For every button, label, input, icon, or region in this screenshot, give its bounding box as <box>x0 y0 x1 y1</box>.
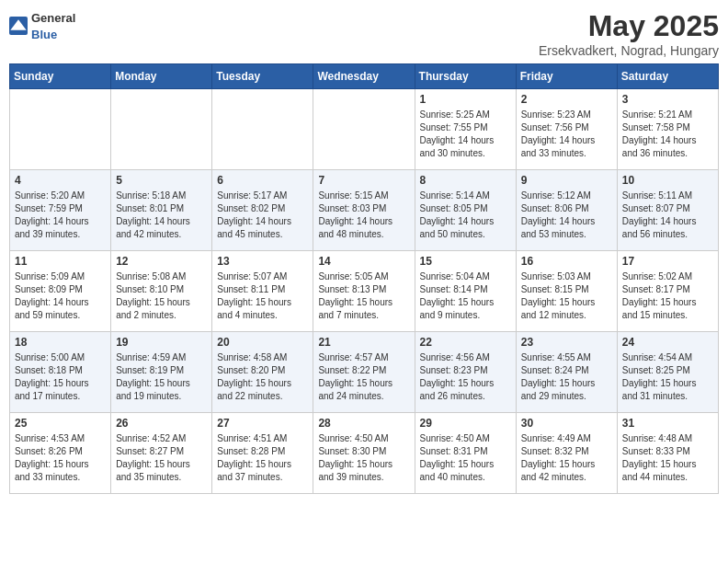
cell-line: Sunrise: 4:52 AM <box>116 432 207 445</box>
calendar-cell: 23Sunrise: 4:55 AMSunset: 8:24 PMDayligh… <box>516 332 617 413</box>
calendar-cell: 29Sunrise: 4:50 AMSunset: 8:31 PMDayligh… <box>415 413 516 494</box>
logo-text-blue: Blue <box>31 28 57 41</box>
cell-line: Sunrise: 4:57 AM <box>318 351 409 364</box>
cell-line: and 24 minutes. <box>318 390 409 403</box>
cell-line: Daylight: 15 hours <box>15 377 106 390</box>
cell-content: Sunrise: 5:17 AMSunset: 8:02 PMDaylight:… <box>217 190 308 241</box>
cell-line: and 26 minutes. <box>420 390 511 403</box>
cell-content: Sunrise: 4:57 AMSunset: 8:22 PMDaylight:… <box>318 351 409 403</box>
cell-line: and 37 minutes. <box>217 471 308 484</box>
cell-line: Daylight: 14 hours <box>318 215 409 228</box>
day-number: 27 <box>217 417 308 430</box>
cell-line: Daylight: 15 hours <box>116 458 207 471</box>
day-number: 4 <box>15 174 106 187</box>
cell-line: Sunrise: 4:48 AM <box>622 432 713 445</box>
calendar-subtitle: Ersekvadkert, Nograd, Hungary <box>539 43 719 58</box>
calendar-cell: 27Sunrise: 4:51 AMSunset: 8:28 PMDayligh… <box>212 413 313 494</box>
cell-line: Sunrise: 5:02 AM <box>622 270 713 283</box>
calendar-cell: 6Sunrise: 5:17 AMSunset: 8:02 PMDaylight… <box>212 170 313 251</box>
day-number: 17 <box>622 255 713 268</box>
cell-line: Sunrise: 4:51 AM <box>217 432 308 445</box>
cell-line: and 17 minutes. <box>15 390 106 403</box>
day-number: 8 <box>420 174 511 187</box>
day-headers-row: SundayMondayTuesdayWednesdayThursdayFrid… <box>10 64 719 89</box>
calendar-cell: 4Sunrise: 5:20 AMSunset: 7:59 PMDaylight… <box>10 170 111 251</box>
day-number: 31 <box>622 417 713 430</box>
cell-line: Daylight: 15 hours <box>521 377 612 390</box>
cell-line: and 59 minutes. <box>15 309 106 322</box>
cell-line: and 31 minutes. <box>622 390 713 403</box>
cell-line: Sunrise: 5:18 AM <box>116 190 207 202</box>
cell-line: Sunrise: 4:50 AM <box>420 432 511 445</box>
cell-line: Sunrise: 5:25 AM <box>420 109 511 121</box>
day-number: 19 <box>116 336 207 349</box>
calendar-cell: 22Sunrise: 4:56 AMSunset: 8:23 PMDayligh… <box>415 332 516 413</box>
day-number: 9 <box>521 174 612 187</box>
cell-content: Sunrise: 5:25 AMSunset: 7:55 PMDaylight:… <box>420 109 511 160</box>
week-row-2: 4Sunrise: 5:20 AMSunset: 7:59 PMDaylight… <box>10 170 719 251</box>
cell-line: Daylight: 14 hours <box>15 296 106 309</box>
cell-content: Sunrise: 5:12 AMSunset: 8:06 PMDaylight:… <box>521 190 612 241</box>
cell-line: Daylight: 14 hours <box>622 134 713 147</box>
cell-line: Daylight: 15 hours <box>318 458 409 471</box>
week-row-4: 18Sunrise: 5:00 AMSunset: 8:18 PMDayligh… <box>10 332 719 413</box>
cell-line: Sunset: 8:32 PM <box>521 445 612 458</box>
cell-content: Sunrise: 5:23 AMSunset: 7:56 PMDaylight:… <box>521 109 612 160</box>
cell-content: Sunrise: 5:04 AMSunset: 8:14 PMDaylight:… <box>420 270 511 322</box>
cell-line: Sunset: 8:28 PM <box>217 445 308 458</box>
cell-line: Sunset: 8:25 PM <box>622 364 713 377</box>
cell-content: Sunrise: 5:20 AMSunset: 7:59 PMDaylight:… <box>15 190 106 241</box>
cell-line: Sunset: 8:07 PM <box>622 202 713 215</box>
day-number: 11 <box>15 255 106 268</box>
day-number: 15 <box>420 255 511 268</box>
week-row-5: 25Sunrise: 4:53 AMSunset: 8:26 PMDayligh… <box>10 413 719 494</box>
cell-line: Sunrise: 4:59 AM <box>116 351 207 364</box>
calendar-cell: 8Sunrise: 5:14 AMSunset: 8:05 PMDaylight… <box>415 170 516 251</box>
cell-line: Daylight: 15 hours <box>217 377 308 390</box>
cell-line: and 2 minutes. <box>116 309 207 322</box>
logo-icon <box>9 17 28 35</box>
calendar-cell <box>212 89 313 170</box>
cell-line: Sunrise: 5:23 AM <box>521 109 612 121</box>
cell-line: Sunset: 8:20 PM <box>217 364 308 377</box>
cell-line: Sunset: 7:59 PM <box>15 202 106 215</box>
cell-line: Sunrise: 5:05 AM <box>318 270 409 283</box>
cell-line: Sunset: 8:15 PM <box>521 283 612 296</box>
cell-line: Sunrise: 5:21 AM <box>622 109 713 121</box>
cell-line: Daylight: 15 hours <box>420 377 511 390</box>
cell-line: Sunrise: 5:20 AM <box>15 190 106 202</box>
cell-content: Sunrise: 4:54 AMSunset: 8:25 PMDaylight:… <box>622 351 713 403</box>
calendar-cell: 2Sunrise: 5:23 AMSunset: 7:56 PMDaylight… <box>516 89 617 170</box>
cell-line: Daylight: 15 hours <box>116 377 207 390</box>
cell-line: Sunset: 8:22 PM <box>318 364 409 377</box>
cell-line: Daylight: 15 hours <box>420 458 511 471</box>
cell-line: and 30 minutes. <box>420 147 511 160</box>
cell-line: and 42 minutes. <box>116 228 207 241</box>
cell-line: Daylight: 15 hours <box>318 296 409 309</box>
cell-line: Daylight: 15 hours <box>217 458 308 471</box>
cell-line: Sunrise: 4:54 AM <box>622 351 713 364</box>
cell-line: Daylight: 15 hours <box>622 458 713 471</box>
cell-content: Sunrise: 4:58 AMSunset: 8:20 PMDaylight:… <box>217 351 308 403</box>
day-header-thursday: Thursday <box>415 64 516 89</box>
cell-line: and 42 minutes. <box>521 471 612 484</box>
day-number: 5 <box>116 174 207 187</box>
calendar-cell: 31Sunrise: 4:48 AMSunset: 8:33 PMDayligh… <box>617 413 718 494</box>
cell-line: and 39 minutes. <box>318 471 409 484</box>
cell-line: Sunset: 8:26 PM <box>15 445 106 458</box>
day-number: 13 <box>217 255 308 268</box>
cell-line: and 44 minutes. <box>622 471 713 484</box>
cell-line: and 35 minutes. <box>116 471 207 484</box>
calendar-cell: 10Sunrise: 5:11 AMSunset: 8:07 PMDayligh… <box>617 170 718 251</box>
calendar-cell: 28Sunrise: 4:50 AMSunset: 8:30 PMDayligh… <box>313 413 415 494</box>
calendar-cell: 13Sunrise: 5:07 AMSunset: 8:11 PMDayligh… <box>212 251 313 332</box>
cell-line: Sunset: 8:09 PM <box>15 283 106 296</box>
calendar-cell: 15Sunrise: 5:04 AMSunset: 8:14 PMDayligh… <box>415 251 516 332</box>
cell-line: Sunrise: 4:56 AM <box>420 351 511 364</box>
calendar-cell <box>313 89 415 170</box>
cell-content: Sunrise: 5:07 AMSunset: 8:11 PMDaylight:… <box>217 270 308 322</box>
week-row-1: 1Sunrise: 5:25 AMSunset: 7:55 PMDaylight… <box>10 89 719 170</box>
cell-line: Sunrise: 4:50 AM <box>318 432 409 445</box>
cell-content: Sunrise: 5:11 AMSunset: 8:07 PMDaylight:… <box>622 190 713 241</box>
title-area: May 2025 Ersekvadkert, Nograd, Hungary <box>539 9 719 58</box>
